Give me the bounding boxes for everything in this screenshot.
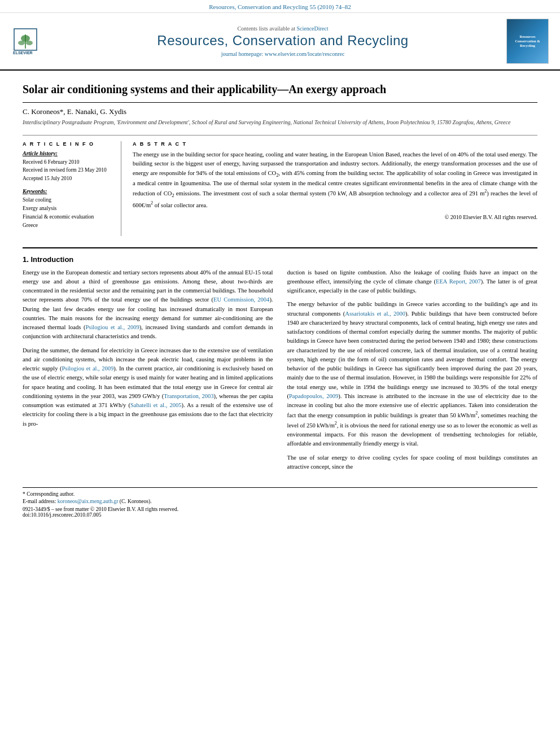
intro-para-3: duction is based on lignite combustion. … (287, 268, 538, 296)
keyword-4: Greece (23, 221, 112, 230)
revised-date: Received in revised form 23 May 2010 (23, 166, 112, 174)
ref-psilogiou-2009[interactable]: Psilogiou et al., 2009 (86, 324, 139, 330)
introduction-section: 1. Introduction Energy use in the Europe… (23, 247, 537, 477)
abstract-label: A B S T R A C T (133, 141, 537, 147)
email-link[interactable]: koroneos@aix.meng.auth.gr (58, 499, 119, 504)
svg-text:ELSEVIER: ELSEVIER (13, 51, 33, 55)
keyword-1: Solar cooling (23, 196, 112, 204)
issn-line: 0921-3449/$ – see front matter © 2010 El… (23, 506, 537, 518)
intro-para-1: Energy use in the European domestic and … (23, 268, 273, 342)
journal-center: Contents lists available at ScienceDirec… (59, 25, 506, 57)
svg-point-3 (18, 41, 25, 45)
intro-para-2: During the summer, the demand for electr… (23, 346, 273, 429)
intro-left-col: Energy use in the European domestic and … (23, 268, 273, 477)
ref-eu-commission[interactable]: EU Commission, 2004 (213, 296, 269, 303)
sciencedirect-notice: Contents lists available at ScienceDirec… (59, 25, 506, 32)
intro-body: Energy use in the European domestic and … (23, 268, 537, 477)
keywords-section: Keywords: Solar cooling Exergy analysis … (23, 188, 112, 230)
elsevier-logo-icon: ELSEVIER (11, 26, 51, 57)
journal-citation: Resources, Conservation and Recycling 55… (209, 3, 351, 10)
keyword-3: Financial & economic evaluation (23, 213, 112, 221)
paper-title: Solar air conditioning systems and their… (23, 82, 537, 103)
copyright: © 2010 Elsevier B.V. All rights reserved… (133, 214, 537, 220)
accepted-date: Accepted 15 July 2010 (23, 174, 112, 182)
affiliation: Interdisciplinary Postgraduate Program, … (23, 119, 537, 126)
journal-homepage: journal homepage: www.elsevier.com/locat… (59, 51, 506, 57)
article-meta-section: A R T I C L E I N F O Article history: R… (23, 135, 537, 236)
article-info-label: A R T I C L E I N F O (23, 141, 112, 147)
sciencedirect-link[interactable]: ScienceDirect (296, 25, 328, 32)
top-bar: Resources, Conservation and Recycling 55… (0, 0, 560, 13)
ref-transportation[interactable]: Transportation, 2003 (164, 393, 213, 399)
abstract-col: A B S T R A C T The energy use in the bu… (133, 141, 537, 236)
received-date: Received 6 February 2010 (23, 158, 112, 166)
intro-para-4: The energy behavior of the public buildi… (287, 300, 538, 448)
elsevier-logo-area: ELSEVIER (11, 26, 59, 57)
journal-header: ELSEVIER Contents lists available at Sci… (0, 13, 560, 71)
intro-heading: 1. Introduction (23, 255, 537, 264)
svg-point-4 (26, 41, 33, 45)
article-history: Article history: Received 6 February 201… (23, 150, 112, 182)
ref-eea[interactable]: EEA Report, 2007 (436, 278, 481, 285)
intro-para-5: The use of solar energy to drive cooling… (287, 453, 538, 472)
keywords-title: Keywords: (23, 188, 112, 194)
intro-right-col: duction is based on lignite combustion. … (287, 268, 538, 477)
ref-papadopoulos[interactable]: Papadopoulos, 2009 (289, 393, 338, 399)
keyword-2: Exergy analysis (23, 204, 112, 213)
authors: C. Koroneos*, E. Nanaki, G. Xydis (23, 107, 537, 116)
email-note: E-mail address: koroneos@aix.meng.auth.g… (23, 499, 537, 504)
journal-thumbnail: ResourcesConservation &Recycling (506, 19, 549, 64)
ref-sabatelli[interactable]: Sabatelli et al., 2005 (130, 402, 182, 408)
ref-psilogiou-2009b[interactable]: Psilogiou et al., 2009 (62, 365, 114, 372)
corresponding-note: * Corresponding author. (23, 491, 537, 497)
journal-title: Resources, Conservation and Recycling (59, 33, 506, 49)
article-info-col: A R T I C L E I N F O Article history: R… (23, 141, 121, 236)
abstract-text: The energy use in the building sector fo… (133, 150, 537, 209)
ref-assariotakis[interactable]: Assariotakis et al., 2000 (345, 311, 405, 317)
paper-content: Solar air conditioning systems and their… (0, 71, 560, 529)
keywords-list: Solar cooling Exergy analysis Financial … (23, 196, 112, 230)
homepage-url[interactable]: www.elsevier.com/locate/resconrec (265, 51, 345, 57)
footnote-section: * Corresponding author. E-mail address: … (23, 487, 537, 518)
history-title: Article history: (23, 150, 112, 156)
